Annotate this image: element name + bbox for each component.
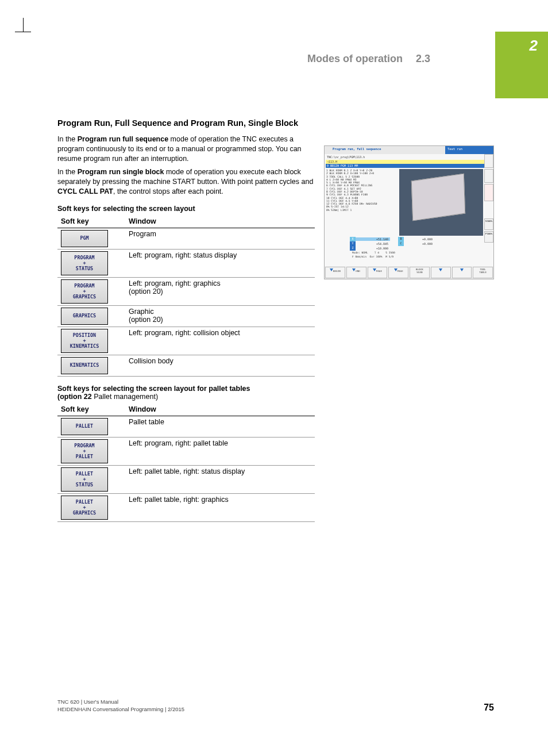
ss-softkey[interactable] — [431, 267, 451, 278]
table-row: PROGRAM + PALLETLeft: program, right: pa… — [57, 438, 315, 466]
window-description: Graphic (option 20) — [125, 306, 315, 327]
table-row: PGMProgram — [57, 228, 315, 250]
table-header: Soft key — [57, 215, 125, 228]
paragraph-2: In the Program run single block mode of … — [57, 167, 315, 197]
table-row: PROGRAM + STATUSLeft: program, right: st… — [57, 250, 315, 278]
tnc-screenshot: Program run, full sequence Test run TNC:… — [324, 145, 494, 279]
crop-mark — [0, 32, 548, 32]
softkey-button[interactable]: PGM — [61, 230, 108, 247]
softkey-button[interactable]: PROGRAM + GRAPHICS — [61, 279, 108, 304]
ss-graphics-pane — [399, 169, 483, 236]
header-section: 2.3 — [416, 53, 430, 64]
table-header: Window — [125, 403, 315, 416]
softkey-button[interactable]: PROGRAM + PALLET — [61, 439, 108, 463]
table-row: KINEMATICSCollision body — [57, 355, 315, 377]
window-description: Pallet table — [125, 416, 315, 438]
ss-softkey-row: BEGINENDPAGEPAGEBLOCK SCANTOOL TABLE — [325, 266, 493, 279]
softkey-button[interactable]: PALLET — [61, 418, 108, 435]
footer-line2: HEIDENHAIN Conversational Programming | … — [57, 706, 184, 712]
page-header: Modes of operation 2.3 — [57, 53, 491, 75]
softkey-button[interactable]: PALLET + GRAPHICS — [61, 496, 108, 520]
window-description: Left: pallet table, right: graphics — [125, 494, 315, 522]
window-description: Left: program, right: graphics (option 2… — [125, 278, 315, 306]
softkey-button[interactable]: PROGRAM + STATUS — [61, 251, 108, 275]
table-header: Soft key — [57, 403, 125, 416]
table-row: PROGRAM + GRAPHICSLeft: program, right: … — [57, 278, 315, 306]
softkey-button[interactable]: KINEMATICS — [61, 357, 108, 374]
footer-line1: TNC 620 | User's Manual — [57, 699, 118, 705]
window-description: Program — [125, 228, 315, 250]
ss-mode-title: Program run, full sequence — [325, 146, 445, 154]
ss-side-buttons: S100% F100% — [484, 154, 493, 263]
ss-highlight-bar: →113.H — [326, 160, 484, 164]
ss-workpiece-icon — [411, 174, 465, 221]
softkey-table-2: Soft key Window PALLETPallet tablePROGRA… — [57, 403, 315, 522]
window-description: Left: program, right: collision object — [125, 327, 315, 355]
page-footer: TNC 620 | User's Manual HEIDENHAIN Conve… — [57, 699, 494, 713]
ss-softkey[interactable]: TOOL TABLE — [473, 267, 493, 278]
ss-softkey[interactable]: PAGE — [368, 267, 388, 278]
ss-position-readout: X+51.140B+0.000 Y+54.845C+0.000 Z+10.000… — [350, 237, 493, 256]
paragraph-1: In the Program run full sequence mode of… — [57, 135, 315, 164]
ss-secondary-mode: Test run — [445, 146, 482, 154]
main-text-column: Program Run, Full Sequence and Program R… — [57, 118, 315, 522]
table2-caption: Soft keys for selecting the screen layou… — [57, 385, 315, 401]
table-row: GRAPHICSGraphic (option 20) — [57, 306, 315, 327]
page-number: 75 — [484, 703, 494, 713]
window-description: Collision body — [125, 355, 315, 377]
chapter-number: 2 — [530, 37, 538, 55]
chapter-side-tab: 2 — [495, 32, 548, 98]
table-row: PALLET + GRAPHICSLeft: pallet table, rig… — [57, 494, 315, 522]
softkey-button[interactable]: GRAPHICS — [61, 308, 108, 325]
softkey-table-1: Soft key Window PGMProgramPROGRAM + STAT… — [57, 215, 315, 377]
table-row: PALLETPallet table — [57, 416, 315, 438]
table-header: Window — [125, 215, 315, 228]
ss-softkey[interactable]: END — [346, 267, 366, 278]
softkey-button[interactable]: PALLET + STATUS — [61, 467, 108, 492]
ss-softkey[interactable]: PAGE — [388, 267, 408, 278]
ss-softkey[interactable]: BLOCK SCAN — [410, 267, 430, 278]
ss-softkey[interactable]: BEGIN — [325, 267, 345, 278]
table-row: POSITION + KINEMATICSLeft: program, righ… — [57, 327, 315, 355]
table-row: PALLET + STATUSLeft: pallet table, right… — [57, 466, 315, 494]
ss-header-icon — [482, 146, 493, 154]
ss-file-path: TNC:\nc_prog\PGM\113.h — [325, 154, 493, 160]
ss-program-listing: 1 BLK FORM 0.1 Z X+0 Y+0 Z-202 BLK FORM … — [325, 168, 398, 237]
window-description: Left: program, right: status display — [125, 250, 315, 278]
window-description: Left: program, right: pallet table — [125, 438, 315, 466]
header-title: Modes of operation — [307, 53, 403, 64]
ss-softkey[interactable] — [452, 267, 472, 278]
window-description: Left: pallet table, right: status displa… — [125, 466, 315, 494]
ss-current-block: 0 BEGIN PGM 113 MM — [326, 164, 484, 168]
section-heading: Program Run, Full Sequence and Program R… — [57, 118, 315, 129]
table1-caption: Soft keys for selecting the screen layou… — [57, 205, 315, 213]
softkey-button[interactable]: POSITION + KINEMATICS — [61, 329, 108, 353]
